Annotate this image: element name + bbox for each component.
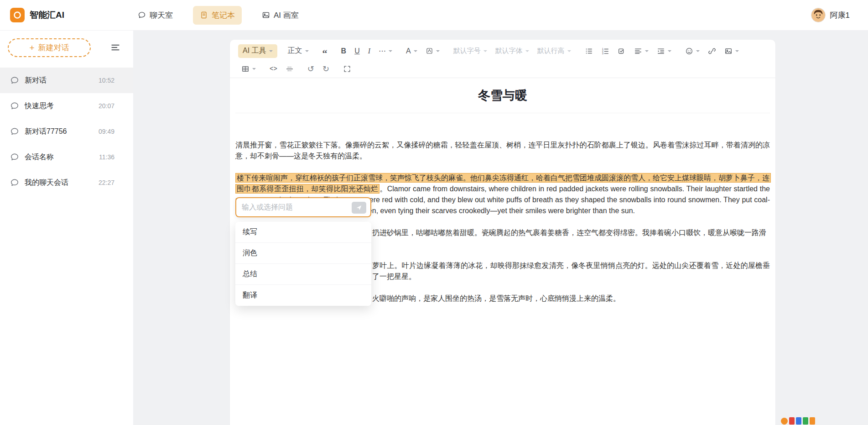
corner-watermark: [781, 417, 815, 425]
paragraph-style-button[interactable]: 正文: [285, 44, 312, 58]
chat-bubble-icon: [10, 178, 19, 187]
conversation-title: 快速思考: [25, 101, 99, 111]
conversation-time: 22:27: [99, 179, 114, 186]
link-button[interactable]: [705, 44, 719, 58]
fullscreen-button[interactable]: [340, 62, 354, 76]
nav-ai-studio[interactable]: AI 画室: [259, 6, 301, 25]
collapse-sidebar-icon[interactable]: [110, 42, 120, 52]
chat-icon: [138, 11, 146, 19]
font-color-button[interactable]: A: [403, 44, 421, 58]
image-icon: [724, 47, 733, 55]
nav-notebook[interactable]: 笔记本: [193, 6, 242, 25]
paragraph-text: 扔进砂锅里，咕嘟咕嘟熬着甜暖。瓷碗腾起的热气裹着姜糖香，连空气都变得绵密。我捧着…: [372, 229, 766, 236]
new-chat-button[interactable]: + 新建对话: [8, 38, 91, 57]
nav-label: 笔记本: [212, 10, 235, 21]
main-nav: 聊天室 笔记本 AI 画室: [135, 6, 301, 25]
indent-icon: [657, 47, 665, 55]
horizontal-rule-icon: [286, 65, 294, 73]
bullet-list-icon: [585, 47, 593, 55]
indent-button[interactable]: [654, 44, 675, 58]
send-button[interactable]: [352, 202, 366, 214]
plus-icon: +: [29, 43, 34, 52]
ai-question-inputbox: [235, 197, 371, 217]
main-area: AI 工具 正文 “ B U I ⋯ A 默认字号: [133, 31, 868, 425]
highlight-color-icon: [426, 47, 433, 55]
svg-text:3: 3: [602, 52, 603, 55]
conversation-item[interactable]: 新对话77756 09:49: [0, 119, 133, 144]
horizontal-rule-button[interactable]: [282, 62, 297, 76]
app-title: 智能汇AI: [30, 9, 64, 21]
ai-options-menu: 续写 润色 总结 翻译: [235, 222, 371, 306]
conversation-title: 新对话77756: [25, 127, 99, 136]
user-menu[interactable]: 阿康1: [811, 8, 850, 22]
fullscreen-icon: [343, 65, 351, 73]
conversation-item[interactable]: 快速思考 20:07: [0, 93, 133, 119]
send-icon: [356, 205, 362, 211]
highlight-color-button[interactable]: [422, 44, 443, 58]
code-button[interactable]: <>: [266, 62, 281, 76]
bold-button[interactable]: B: [338, 44, 350, 58]
nav-label: 聊天室: [150, 10, 173, 21]
redo-icon: ↻: [322, 64, 329, 74]
font-size-select[interactable]: 默认字号: [450, 44, 490, 58]
chat-bubble-icon: [10, 152, 19, 162]
table-button[interactable]: [238, 62, 259, 76]
more-styles-button[interactable]: ⋯: [375, 44, 395, 58]
option-summarize[interactable]: 总结: [235, 264, 371, 285]
nav-label: AI 画室: [274, 10, 299, 21]
emoji-button[interactable]: [682, 44, 703, 58]
conversation-list: 新对话 10:52 快速思考 20:07 新对话77756 09:49 会话名称…: [0, 68, 133, 195]
conversation-sidebar: + 新建对话 新对话 10:52 快速思考 20:07 新对话77756 09:…: [0, 31, 133, 425]
bullet-list-button[interactable]: [582, 44, 596, 58]
emoji-icon: [685, 47, 693, 55]
italic-button[interactable]: I: [365, 44, 374, 58]
option-translate[interactable]: 翻译: [235, 285, 371, 306]
table-icon: [241, 65, 249, 73]
paragraph-text: 清晨推开窗，雪花正簌簌往下落。像撕碎的云絮，又像揉碎的糖霜，轻轻盖在屋顶、树梢，…: [235, 141, 770, 160]
conversation-item[interactable]: 新对话 10:52: [0, 68, 133, 93]
top-header: 智能汇AI 聊天室 笔记本 AI 画室: [0, 0, 868, 31]
line-height-select[interactable]: 默认行高: [534, 44, 574, 58]
conversation-time: 09:49: [99, 128, 114, 135]
ai-question-input[interactable]: [236, 198, 370, 216]
paragraph-text: 萝叶上。叶片边缘凝着薄薄的冰花，却映得那抹绿愈发清亮，像冬夜里悄悄点亮的灯。远处…: [372, 262, 770, 269]
conversation-time: 20:07: [99, 102, 114, 110]
conversation-time: 10:52: [99, 77, 114, 84]
align-button[interactable]: [631, 44, 652, 58]
image-button[interactable]: [721, 44, 742, 58]
conversation-item[interactable]: 会话名称 11:36: [0, 144, 133, 170]
user-name: 阿康1: [830, 10, 850, 21]
chat-bubble-icon: [10, 127, 19, 136]
blockquote-button[interactable]: “: [319, 44, 331, 58]
nav-chat-room[interactable]: 聊天室: [135, 6, 176, 25]
link-icon: [708, 47, 716, 55]
redo-button[interactable]: ↻: [319, 62, 333, 76]
conversation-title: 新对话: [25, 76, 99, 85]
conversation-item[interactable]: 我的聊天会话 22:27: [0, 170, 133, 195]
task-list-button[interactable]: [614, 44, 629, 58]
option-continue-writing[interactable]: 续写: [235, 222, 371, 243]
chat-bubble-icon: [10, 76, 19, 85]
underline-button[interactable]: U: [351, 44, 363, 58]
editor-toolbar: AI 工具 正文 “ B U I ⋯ A 默认字号: [230, 40, 775, 78]
task-list-icon: [618, 47, 626, 55]
undo-icon: ↺: [307, 64, 314, 74]
app: 智能汇AI 聊天室 笔记本 AI 画室: [0, 0, 868, 425]
align-icon: [634, 47, 642, 55]
brand[interactable]: 智能汇AI: [10, 8, 64, 22]
conversation-time: 11:36: [99, 153, 114, 161]
undo-button[interactable]: ↺: [304, 62, 317, 76]
ordered-list-icon: 123: [601, 47, 609, 55]
ordered-list-button[interactable]: 123: [598, 44, 613, 58]
gallery-icon: [262, 11, 270, 19]
option-polish[interactable]: 润色: [235, 243, 371, 264]
font-family-select[interactable]: 默认字体: [492, 44, 532, 58]
avatar: [811, 8, 826, 22]
app-logo-icon: [10, 8, 25, 22]
paragraph-text: 火噼啪的声响，是家人围坐的热汤，是雪落无声时，心底悄悄漫上来的温柔。: [372, 294, 620, 302]
conversation-title: 我的聊天会话: [25, 178, 99, 188]
ai-tools-button[interactable]: AI 工具: [238, 44, 277, 58]
document-title[interactable]: 冬雪与暖: [235, 78, 770, 113]
paragraph: 清晨推开窗，雪花正簌簌往下落。像撕碎的云絮，又像揉碎的糖霜，轻轻盖在屋顶、树梢，…: [235, 140, 770, 162]
new-chat-label: 新建对话: [38, 42, 69, 53]
